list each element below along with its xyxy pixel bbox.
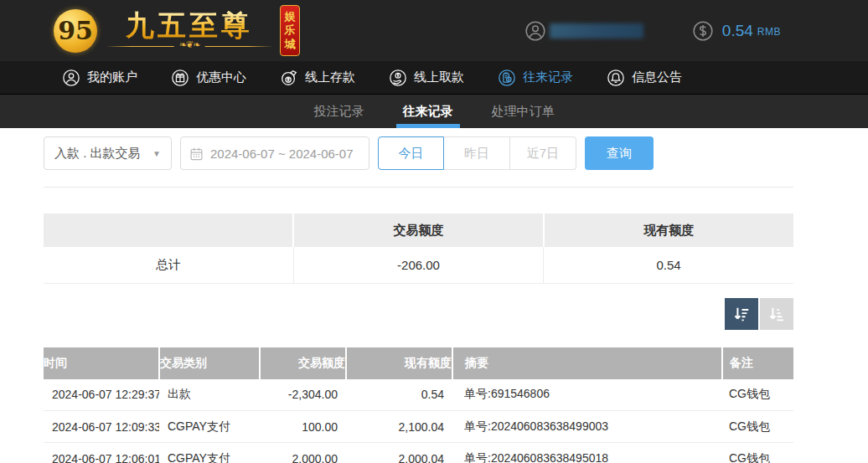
cell-remark: CG钱包 — [722, 379, 793, 411]
deposit-icon — [280, 69, 298, 87]
col-current-balance: 现有额度 — [346, 347, 452, 379]
logo-flourish: ❧❦❧ — [106, 43, 273, 51]
username-display[interactable] — [524, 20, 643, 42]
nav-online-deposit[interactable]: 线上存款 — [280, 69, 355, 87]
cell-summary: 单号:202406083638499003 — [452, 411, 722, 443]
cell-type: CGPAY支付 — [159, 411, 260, 443]
bell-icon — [607, 69, 625, 87]
account-icon — [62, 69, 80, 87]
main-navigation: 我的账户 优惠中心 线上存款 线上取款 — [0, 61, 868, 95]
tab-processing-orders[interactable]: 处理中订单 — [478, 95, 568, 128]
query-button[interactable]: 查询 — [585, 136, 654, 170]
sort-ascending-icon — [767, 305, 786, 323]
col-transaction-type: 交易类别 — [159, 347, 260, 379]
summary-total-label: 总计 — [44, 247, 293, 283]
summary-col-empty — [44, 213, 293, 247]
col-remark: 备注 — [722, 347, 793, 379]
logo-95-icon: 95 — [54, 9, 97, 53]
sort-descending-icon — [732, 305, 751, 323]
transaction-type-select[interactable]: 入款 . 出款交易 ▼ — [44, 136, 172, 170]
selected-type: 入款 . 出款交易 — [54, 146, 141, 162]
chevron-down-icon: ▼ — [152, 149, 161, 158]
nav-announcements[interactable]: 信息公告 — [607, 69, 682, 87]
tab-transaction-records[interactable]: 往来记录 — [390, 95, 467, 128]
calendar-icon — [189, 147, 204, 161]
site-logo[interactable]: 95 九五至尊 ❧❦❧ 娱 乐 城 — [54, 5, 300, 56]
logo-badge: 娱 乐 城 — [280, 5, 300, 56]
nav-transaction-records[interactable]: 往来记录 — [498, 69, 573, 87]
user-icon — [524, 20, 546, 42]
summary-total-row: 总计 -206.00 0.54 — [44, 247, 793, 283]
records-icon — [498, 69, 516, 87]
nav-promotions[interactable]: 优惠中心 — [171, 69, 246, 87]
balance-currency: RMB — [757, 26, 781, 38]
cell-time: 2024-06-07 12:09:33 — [44, 411, 159, 443]
sort-descending-button[interactable] — [725, 298, 758, 330]
col-transaction-amount: 交易额度 — [260, 347, 346, 379]
top-header: 95 九五至尊 ❧❦❧ 娱 乐 城 — [0, 0, 868, 61]
content-area: 入款 . 出款交易 ▼ 2024-06-07 ~ 2024-06-07 今日 昨… — [0, 128, 837, 463]
cell-type: 出款 — [159, 379, 260, 411]
cell-amount: 100.00 — [260, 411, 346, 443]
record-subtabs: 投注记录 往来记录 处理中订单 — [0, 95, 868, 128]
cell-remark: CG钱包 — [722, 443, 793, 463]
section-divider — [44, 187, 793, 188]
cell-balance: 0.54 — [346, 379, 452, 411]
records-header-row: 时间 交易类别 交易额度 现有额度 摘要 备注 — [44, 347, 793, 379]
quick-range-group: 今日 昨日 近7日 — [378, 136, 576, 170]
cell-amount: -2,304.00 — [260, 379, 346, 411]
withdraw-icon — [389, 69, 407, 87]
nav-label: 我的账户 — [87, 69, 137, 85]
cell-balance: 2,000.04 — [346, 443, 452, 463]
balance-amount: 0.54 — [722, 22, 753, 40]
badge-char: 娱 — [285, 10, 296, 23]
balance-display[interactable]: 0.54 RMB — [692, 20, 781, 42]
gift-icon — [171, 69, 189, 87]
range-last7days-button[interactable]: 近7日 — [510, 136, 576, 170]
table-row: 2024-06-07 12:06:01 CGPAY支付 2,000.00 2,0… — [44, 443, 793, 463]
badge-char: 城 — [285, 38, 296, 51]
cell-balance: 2,100.04 — [346, 411, 452, 443]
nav-online-withdraw[interactable]: 线上取款 — [389, 69, 464, 87]
nav-label: 优惠中心 — [196, 69, 246, 85]
summary-header-row: 交易额度 现有额度 — [44, 213, 793, 247]
table-row: 2024-06-07 12:09:33 CGPAY支付 100.00 2,100… — [44, 411, 793, 443]
dollar-circle-icon — [692, 20, 714, 42]
nav-label: 信息公告 — [632, 69, 682, 85]
cell-amount: 2,000.00 — [260, 443, 346, 463]
summary-col-transaction-amount: 交易额度 — [293, 213, 543, 247]
records-table: 时间 交易类别 交易额度 现有额度 摘要 备注 2024-06-07 12:29… — [44, 347, 793, 463]
nav-label: 往来记录 — [523, 69, 573, 85]
table-row: 2024-06-07 12:29:37 出款 -2,304.00 0.54 单号… — [44, 379, 793, 411]
cell-remark: CG钱包 — [722, 411, 793, 443]
username-redacted — [550, 23, 643, 39]
cell-time: 2024-06-07 12:29:37 — [44, 379, 159, 411]
summary-transaction-amount: -206.00 — [293, 247, 543, 283]
range-yesterday-button[interactable]: 昨日 — [444, 136, 510, 170]
summary-current-balance: 0.54 — [544, 247, 793, 283]
summary-table: 交易额度 现有额度 总计 -206.00 0.54 — [44, 213, 793, 284]
transaction-records-page: 95 九五至尊 ❧❦❧ 娱 乐 城 — [0, 0, 868, 463]
sort-ascending-button[interactable] — [760, 298, 793, 330]
summary-col-current-balance: 现有额度 — [544, 213, 793, 247]
nav-label: 线上取款 — [414, 69, 464, 85]
filter-bar: 入款 . 出款交易 ▼ 2024-06-07 ~ 2024-06-07 今日 昨… — [44, 136, 837, 170]
nav-my-account[interactable]: 我的账户 — [62, 69, 137, 87]
badge-char: 乐 — [285, 23, 296, 37]
cell-summary: 单号:202406083638495018 — [452, 443, 722, 463]
tab-betting-records[interactable]: 投注记录 — [301, 95, 378, 128]
brand-name: 九五至尊 — [126, 11, 253, 39]
col-time: 时间 — [44, 347, 159, 379]
cell-type: CGPAY支付 — [159, 443, 260, 463]
cell-summary: 单号:691546806 — [452, 379, 722, 411]
range-today-button[interactable]: 今日 — [378, 136, 444, 170]
col-summary: 摘要 — [452, 347, 722, 379]
cell-time: 2024-06-07 12:06:01 — [44, 443, 159, 463]
nav-label: 线上存款 — [305, 69, 355, 85]
date-range-input[interactable]: 2024-06-07 ~ 2024-06-07 — [180, 136, 369, 170]
sort-controls — [44, 298, 793, 330]
date-range-value: 2024-06-07 ~ 2024-06-07 — [210, 147, 354, 161]
